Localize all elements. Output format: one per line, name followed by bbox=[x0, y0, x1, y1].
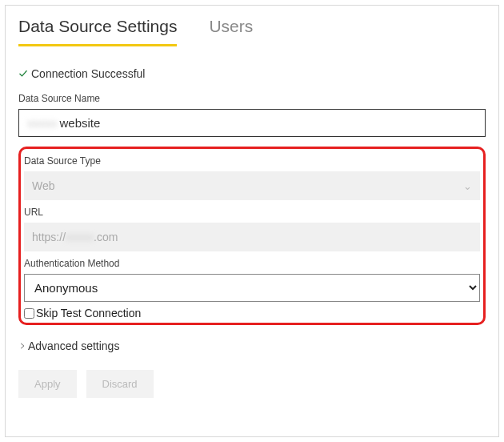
url-hidden-mid: xxxxx bbox=[66, 231, 94, 243]
chevron-down-icon: ⌄ bbox=[463, 180, 472, 192]
tab-users[interactable]: Users bbox=[209, 17, 253, 46]
success-icon bbox=[18, 69, 30, 78]
dst-select: Web ⌄ bbox=[24, 171, 480, 200]
url-suffix: .com bbox=[94, 231, 118, 243]
connection-status: Connection Successful bbox=[18, 67, 486, 80]
tab-data-source-settings[interactable]: Data Source Settings bbox=[18, 17, 177, 46]
url-label: URL bbox=[24, 207, 480, 218]
apply-button[interactable]: Apply bbox=[18, 370, 77, 398]
skip-test-label: Skip Test Connection bbox=[36, 307, 141, 319]
status-text: Connection Successful bbox=[31, 67, 145, 80]
dsn-hidden-prefix: xxxxx bbox=[27, 116, 58, 130]
auth-select[interactable]: Anonymous bbox=[24, 274, 480, 302]
dsn-visible-suffix: website bbox=[60, 116, 101, 130]
url-prefix: https:// bbox=[32, 231, 66, 243]
dsn-input[interactable]: xxxxx website bbox=[18, 109, 486, 137]
url-input: https:// xxxxx .com bbox=[24, 223, 480, 251]
advanced-label: Advanced settings bbox=[28, 340, 119, 352]
dst-label: Data Source Type bbox=[24, 155, 480, 167]
auth-label: Authentication Method bbox=[24, 258, 480, 269]
highlighted-section: Data Source Type Web ⌄ URL https:// xxxx… bbox=[18, 147, 486, 325]
skip-test-checkbox[interactable] bbox=[24, 308, 34, 319]
action-buttons: Apply Discard bbox=[18, 370, 486, 398]
dst-value: Web bbox=[32, 179, 55, 192]
advanced-settings-toggle[interactable]: Advanced settings bbox=[18, 340, 486, 352]
data-source-panel: Data Source Settings Users Connection Su… bbox=[5, 5, 499, 437]
dsn-label: Data Source Name bbox=[18, 93, 486, 104]
discard-button[interactable]: Discard bbox=[86, 370, 154, 398]
tabs: Data Source Settings Users bbox=[18, 17, 486, 46]
chevron-right-icon bbox=[18, 340, 28, 352]
